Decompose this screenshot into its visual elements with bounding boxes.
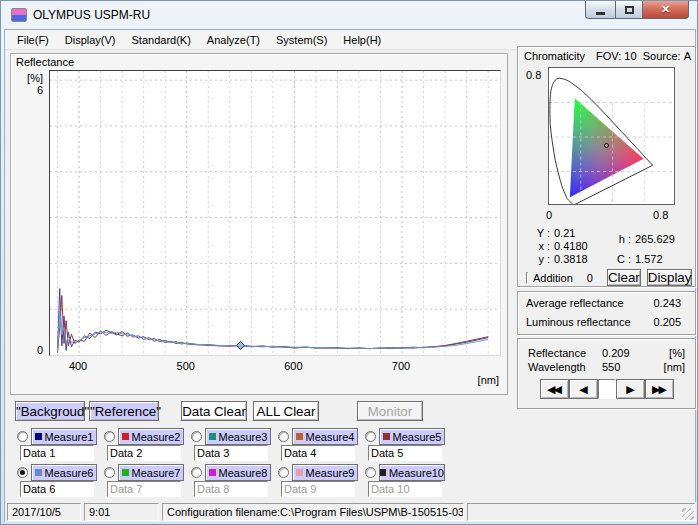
data-name-input-2[interactable]: [107, 445, 181, 461]
all-clear-button[interactable]: ALL Clear: [253, 401, 319, 421]
menu-file[interactable]: File(F): [9, 32, 57, 48]
series-color-icon: [209, 469, 216, 476]
chroma-axis-top: 0.8: [526, 69, 541, 81]
measure-button-3[interactable]: Measure3: [205, 428, 271, 445]
series-color-icon: [380, 469, 386, 476]
cursor-wavelength-label: Wavelength: [528, 361, 598, 373]
data-name-input-5[interactable]: [368, 445, 442, 461]
menu-system[interactable]: System(S): [268, 32, 335, 48]
chart-title: Reflectance: [16, 56, 74, 68]
measure-radio-4[interactable]: [278, 431, 289, 442]
chromaticity-diagram: [548, 67, 675, 205]
x-tick-400: 400: [63, 360, 93, 372]
reflectance-plot-area[interactable]: [49, 70, 501, 356]
minimize-icon: [596, 12, 605, 15]
measure-radio-8[interactable]: [191, 467, 202, 478]
series-line-Measure2: [58, 296, 489, 353]
maximize-icon: [625, 6, 634, 14]
data-clear-button[interactable]: Data Clear: [181, 401, 247, 421]
measure-radio-7[interactable]: [104, 467, 115, 478]
wavelength-back-button[interactable]: ◀: [569, 379, 598, 399]
measure-radio-3[interactable]: [191, 431, 202, 442]
data-name-input-7[interactable]: [107, 481, 181, 497]
measure-button-5[interactable]: Measure5: [379, 428, 445, 445]
menu-standard[interactable]: Standard(K): [124, 32, 199, 48]
close-button[interactable]: ✕: [643, 1, 689, 19]
x-axis-unit-label: [nm]: [478, 374, 499, 386]
cursor-reflectance-label: Reflectance: [528, 347, 598, 359]
measure-button-4[interactable]: Measure4: [292, 428, 358, 445]
resize-grip[interactable]: [682, 508, 694, 520]
y-value: 0.3818: [554, 253, 588, 265]
measure-radio-2[interactable]: [104, 431, 115, 442]
Y-value: 0.21: [554, 227, 575, 239]
data-name-input-4[interactable]: [281, 445, 355, 461]
wavelength-fast-back-button[interactable]: ◀◀: [540, 379, 569, 399]
series-color-icon: [383, 433, 390, 440]
addition-label: Addition: [533, 272, 573, 284]
menu-help[interactable]: Help(H): [335, 32, 389, 48]
spectral-locus: [549, 68, 675, 205]
menu-analyze[interactable]: Analyze(T): [199, 32, 268, 48]
chroma-axis-right: 0.8: [653, 209, 668, 221]
data-name-input-3[interactable]: [194, 445, 268, 461]
measure-column-4: Measure4: [276, 428, 363, 462]
measure-button-8[interactable]: Measure8: [205, 464, 271, 481]
status-config-filename: Configuration filename:C:\Program Files\…: [162, 503, 464, 521]
measure-column-9: Measure9: [276, 464, 363, 498]
window-title: OLYMPUS USPM-RU: [33, 8, 150, 22]
app-window: OLYMPUS USPM-RU ✕ File(F)Display(V)Stand…: [0, 0, 698, 525]
series-color-icon: [35, 469, 42, 476]
series-color-icon: [122, 433, 129, 440]
measure-button-10[interactable]: Measure10: [379, 464, 445, 481]
measure-button-2[interactable]: Measure2: [118, 428, 184, 445]
wavelength-forward-button[interactable]: ▶: [616, 379, 645, 399]
measure-row-2: Measure6Measure7Measure8Measure9Measure1…: [15, 464, 450, 498]
maximize-button[interactable]: [615, 1, 643, 19]
clear-button[interactable]: Clear: [607, 269, 641, 286]
x-tick-600: 600: [278, 360, 308, 372]
data-name-input-9[interactable]: [281, 481, 355, 497]
status-time: 9:01: [84, 503, 159, 521]
x-tick-500: 500: [171, 360, 201, 372]
measure-column-3: Measure3: [189, 428, 276, 462]
measure-radio-1[interactable]: [17, 431, 28, 442]
monitor-button[interactable]: Monitor: [357, 401, 423, 421]
reference-button[interactable]: "Reference": [89, 401, 159, 421]
client-area: File(F)Display(V)Standard(K)Analyze(T)Sy…: [4, 29, 696, 522]
cursor-reflectance-value: 0.209: [602, 347, 665, 359]
measure-button-9[interactable]: Measure9: [292, 464, 358, 481]
cursor-diamond-marker: [237, 341, 245, 349]
status-bar: 2017/10/5 9:01 Configuration filename:C:…: [5, 502, 697, 522]
wavelength-fast-forward-button[interactable]: ▶▶: [645, 379, 674, 399]
measure-radio-9[interactable]: [278, 467, 289, 478]
minimize-button[interactable]: [585, 1, 615, 19]
y-axis-max-label: 6: [13, 84, 43, 96]
app-icon: [11, 8, 27, 22]
data-name-input-8[interactable]: [194, 481, 268, 497]
data-name-input-6[interactable]: [20, 481, 94, 497]
measure-button-1[interactable]: Measure1: [31, 428, 97, 445]
h-label: h :: [613, 233, 631, 245]
cursor-reflectance-unit: [%]: [669, 347, 685, 359]
cursor-wavelength-unit: [nm]: [664, 361, 685, 373]
display-button[interactable]: Display: [647, 269, 693, 286]
title-bar: OLYMPUS USPM-RU ✕: [1, 1, 697, 29]
measure-radio-5[interactable]: [365, 431, 376, 442]
status-date: 2017/10/5: [7, 503, 81, 521]
source-value: A: [684, 50, 691, 62]
measure-radio-6[interactable]: [17, 467, 28, 478]
measure-radio-10[interactable]: [365, 467, 376, 478]
measure-column-5: Measure5: [363, 428, 450, 462]
data-name-input-10[interactable]: [368, 481, 442, 497]
wavelength-gap-box: [598, 379, 616, 399]
y-label: y :: [532, 253, 550, 265]
average-reflectance-label: Average reflectance: [526, 297, 649, 309]
addition-checkbox[interactable]: [526, 272, 528, 284]
measure-button-6[interactable]: Measure6: [31, 464, 97, 481]
menu-display[interactable]: Display(V): [57, 32, 124, 48]
measure-button-7[interactable]: Measure7: [118, 464, 184, 481]
background-button[interactable]: "Backgroud": [15, 401, 85, 421]
data-name-input-1[interactable]: [20, 445, 94, 461]
C-label: C :: [613, 253, 631, 265]
